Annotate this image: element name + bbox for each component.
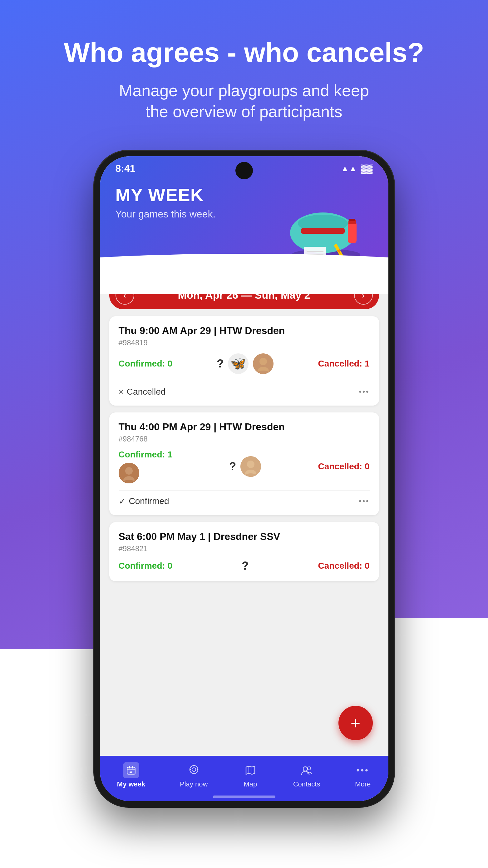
avatar-f1 [253,353,273,374]
game-stats-2: Confirmed: 1 ? [119,450,370,484]
confirmed-count-1: Confirmed: 0 [119,359,173,369]
svg-rect-4 [301,228,345,234]
game-id-3: #984821 [119,544,370,553]
more-menu-1[interactable]: ••• [359,388,369,396]
hero-section: Who agrees - who cancels? Manage your pl… [0,0,488,141]
svg-rect-5 [348,222,357,243]
card-footer-1: × Cancelled ••• [119,381,370,397]
contacts-nav-label: Contacts [293,780,320,788]
game-card-1: Thu 9:00 AM Apr 29 | HTW Dresden #984819… [109,316,379,406]
phone-mockup: 8:41 ▲▲ ▓▓ MY WEEK Your games this week. [0,151,488,807]
confirmed-group-2: Confirmed: 1 [119,450,173,484]
hero-subtitle: Manage your playgroups and keepthe overv… [0,80,488,122]
game-id-1: #984819 [119,338,370,347]
participants-3: ? [242,559,249,572]
status-icons: ▲▲ ▓▓ [341,164,372,174]
nav-more[interactable]: ••• More [355,762,371,788]
nav-play-now[interactable]: Play now [180,762,207,788]
plus-icon: + [351,713,361,733]
battery-icon: ▓▓ [361,164,373,174]
avatar-confirmed-2 [119,463,139,484]
map-icon [242,762,259,778]
cancelled-count-2: Cancelled: 0 [318,462,370,471]
cancelled-count-1: Cancelled: 1 [318,359,370,369]
svg-point-19 [125,467,133,475]
game-id-2: #984768 [119,435,370,443]
game-card-2: Thu 4:00 PM Apr 29 | HTW Dresden #984768… [109,412,379,515]
game-time-3: Sat 6:00 PM May 1 | Dresdner SSV [119,531,370,542]
contacts-icon [298,762,315,778]
check-icon-2: ✓ [119,496,126,506]
svg-point-31 [190,766,198,774]
svg-text:13: 13 [129,770,132,773]
svg-point-23 [247,461,255,468]
hero-title: Who agrees - who cancels? [0,37,488,68]
content-area[interactable]: ‹ Mon, Apr 26 — Sun, May 2 › Thu 9:00 AM… [100,275,388,757]
wifi-icon: ▲▲ [341,164,357,174]
status-time: 8:41 [116,163,135,174]
phone-frame: 8:41 ▲▲ ▓▓ MY WEEK Your games this week. [94,151,394,807]
svg-point-32 [192,768,196,771]
participants-1: ? 🦋 [217,353,273,374]
game-stats-3: Confirmed: 0 ? Cancelled: 0 [119,559,370,572]
cancelled-count-3: Cancelled: 0 [318,561,370,571]
cancelled-label-1: Cancelled [127,387,166,397]
confirmed-label-2: Confirmed [129,496,169,506]
confirmed-count-2: Confirmed: 1 [119,450,173,460]
my-week-icon: 13 [123,762,139,778]
game-stats-1: Confirmed: 0 ? 🦋 [119,353,370,374]
my-week-nav-label: My week [117,780,145,788]
phone-screen: 8:41 ▲▲ ▓▓ MY WEEK Your games this week. [100,156,388,801]
question-icon-1: ? [217,357,224,370]
play-now-icon [186,762,202,778]
avatar-ghost-1: 🦋 [228,353,249,374]
more-nav-label: More [355,780,370,788]
more-icon: ••• [355,762,371,778]
add-game-fab[interactable]: + [338,706,373,740]
nav-my-week[interactable]: 13 My week [117,762,145,788]
wave-bg [100,254,388,294]
bottom-navigation: 13 My week [100,756,388,801]
game-time-1: Thu 9:00 AM Apr 29 | HTW Dresden [119,325,370,337]
svg-point-40 [307,767,311,770]
question-icon-2: ? [229,460,236,473]
question-icon-3: ? [242,559,249,572]
svg-point-15 [259,358,267,365]
bag-illustration [282,187,370,259]
status-cancelled-1: × Cancelled [119,387,166,397]
svg-rect-7 [349,219,355,221]
game-card-3: Sat 6:00 PM May 1 | Dresdner SSV #984821… [109,522,379,581]
play-now-nav-label: Play now [180,780,207,788]
avatar-question-2 [240,456,261,477]
x-icon-1: × [119,387,124,397]
nav-contacts[interactable]: Contacts [293,762,320,788]
camera-notch [235,162,253,179]
participants-2: ? [229,456,261,477]
confirmed-count-3: Confirmed: 0 [119,561,173,571]
game-time-2: Thu 4:00 PM Apr 29 | HTW Dresden [119,421,370,433]
more-menu-2[interactable]: ••• [359,497,369,505]
svg-point-39 [303,767,307,771]
status-confirmed-2: ✓ Confirmed [119,496,169,506]
home-indicator [213,796,275,798]
card-footer-2: ✓ Confirmed ••• [119,490,370,506]
nav-map[interactable]: Map [242,762,259,788]
map-nav-label: Map [244,780,257,788]
